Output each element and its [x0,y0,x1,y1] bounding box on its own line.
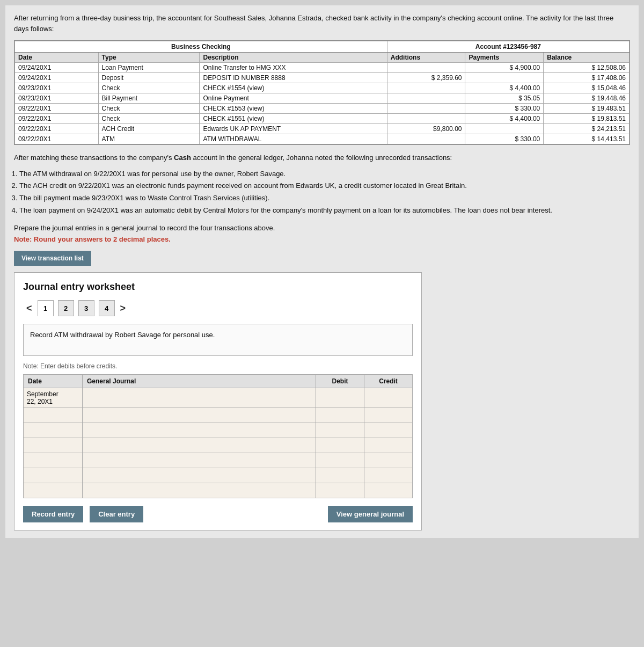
journal-credit-input[interactable] [364,438,412,453]
journal-date-cell [24,453,83,468]
bank-table-cell: CHECK #1553 (view) [200,104,387,114]
bank-table-cell: ATM [98,134,200,144]
bank-table-cell: $9,800.00 [387,124,465,134]
tab-1-button[interactable]: 1 [38,300,54,316]
journal-description-input[interactable] [83,468,316,483]
bank-table-cell: $ 19,448.46 [544,93,630,104]
journal-description-input[interactable] [83,483,316,498]
journal-credit-cell[interactable] [364,453,413,468]
bank-table: Business Checking Account #123456-987 Da… [14,41,630,144]
bank-table-cell [387,114,465,124]
col-date: Date [15,53,99,63]
bank-table-cell: 09/24/20X1 [15,63,99,73]
journal-debit-input[interactable] [316,483,364,498]
journal-description-cell[interactable] [83,453,316,468]
bank-table-cell [387,134,465,144]
bank-table-cell: $ 17,408.06 [544,73,630,83]
journal-credit-input[interactable] [364,388,412,408]
business-name: Business Checking [15,41,387,53]
th-debit: Debit [316,375,364,388]
journal-date-cell [24,423,83,438]
journal-debit-input[interactable] [316,388,364,408]
journal-credit-input[interactable] [364,408,412,423]
journal-credit-cell[interactable] [364,408,413,423]
description-box: Record ATM withdrawal by Robert Savage f… [23,324,413,356]
journal-credit-input[interactable] [364,423,412,438]
bank-table-cell: ATM WITHDRAWAL [200,134,387,144]
bank-table-cell: $ 15,048.46 [544,83,630,93]
col-balance: Balance [544,53,630,63]
journal-debit-cell[interactable] [316,388,364,408]
journal-description-cell[interactable] [83,408,316,423]
bank-table-cell: ACH Credit [98,124,200,134]
bank-table-cell: Loan Payment [98,63,200,73]
tab-2-button[interactable]: 2 [58,300,74,316]
journal-description-input[interactable] [83,408,316,423]
journal-credit-input[interactable] [364,468,412,483]
journal-debit-cell[interactable] [316,423,364,438]
journal-description-input[interactable] [83,388,316,408]
journal-debit-input[interactable] [316,408,364,423]
journal-description-input[interactable] [83,453,316,468]
journal-date-cell: September22, 20X1 [24,388,83,408]
next-tab-button[interactable]: > [117,302,129,315]
view-general-journal-button[interactable]: View general journal [328,506,413,522]
bank-table-cell: 09/23/20X1 [15,93,99,104]
bank-table-cell: $ 4,400.00 [465,114,544,124]
th-date: Date [24,375,83,388]
prev-tab-button[interactable]: < [23,302,35,315]
journal-debit-input[interactable] [316,438,364,453]
journal-debit-cell[interactable] [316,408,364,423]
journal-debit-cell[interactable] [316,453,364,468]
journal-credit-cell[interactable] [364,468,413,483]
journal-description-cell[interactable] [83,388,316,408]
clear-entry-button[interactable]: Clear entry [90,506,143,522]
journal-credit-cell[interactable] [364,438,413,453]
journal-debit-input[interactable] [316,423,364,438]
journal-description-input[interactable] [83,423,316,438]
journal-description-cell[interactable] [83,438,316,453]
bank-table-cell: 09/22/20X1 [15,134,99,144]
bank-table-cell: 09/22/20X1 [15,114,99,124]
journal-date-cell [24,408,83,423]
bank-table-cell: $ 19,813.51 [544,114,630,124]
journal-credit-input[interactable] [364,453,412,468]
bank-table-cell: 09/24/20X1 [15,73,99,83]
bank-table-cell: $ 24,213.51 [544,124,630,134]
journal-credit-cell[interactable] [364,388,413,408]
journal-credit-cell[interactable] [364,423,413,438]
table-row [24,408,413,423]
col-additions: Additions [387,53,465,63]
transaction-item: The ACH credit on 9/22/20X1 was an elect… [19,180,630,192]
journal-credit-cell[interactable] [364,483,413,498]
bank-table-cell [387,83,465,93]
journal-debit-cell[interactable] [316,438,364,453]
bank-table-cell [387,104,465,114]
prepare-text: Prepare the journal entries in a general… [14,223,630,234]
bank-table-cell: Bill Payment [98,93,200,104]
transaction-item: The loan payment on 9/24/20X1 was an aut… [19,205,630,216]
note-red: Note: Round your answers to 2 decimal pl… [14,235,630,243]
journal-debit-cell[interactable] [316,468,364,483]
transaction-item: The ATM withdrawal on 9/22/20X1 was for … [19,169,630,180]
tab-3-button[interactable]: 3 [78,300,94,316]
bank-table-cell: 09/22/20X1 [15,124,99,134]
worksheet-title: Journal entry worksheet [23,281,413,293]
journal-description-cell[interactable] [83,423,316,438]
journal-description-cell[interactable] [83,483,316,498]
bank-table-cell: $ 14,413.51 [544,134,630,144]
tab-4-button[interactable]: 4 [99,300,115,316]
journal-description-cell[interactable] [83,468,316,483]
journal-debit-cell[interactable] [316,483,364,498]
journal-credit-input[interactable] [364,483,412,498]
record-entry-button[interactable]: Record entry [23,506,83,522]
worksheet-box: Journal entry worksheet < 1 2 3 4 > Reco… [14,272,422,530]
journal-description-input[interactable] [83,438,316,453]
view-transaction-list-button[interactable]: View transaction list [14,251,91,266]
bank-table-cell: $ 4,400.00 [465,83,544,93]
journal-debit-input[interactable] [316,468,364,483]
bank-table-cell: Edwards UK AP PAYMENT [200,124,387,134]
col-payments: Payments [465,53,544,63]
journal-debit-input[interactable] [316,453,364,468]
bank-table-cell [465,124,544,134]
